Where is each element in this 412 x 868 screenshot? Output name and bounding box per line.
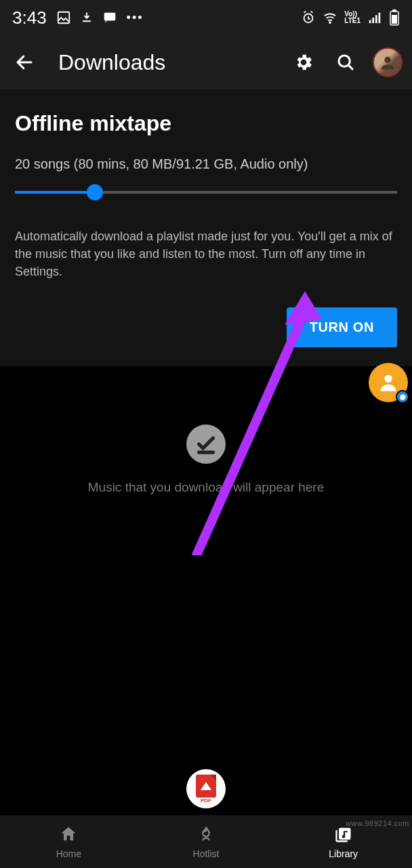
pdf-label: PDF: [201, 798, 211, 804]
status-left: 3:43 •••: [12, 7, 144, 28]
app-bar: Downloads: [0, 35, 412, 89]
contact-chathead[interactable]: [369, 363, 408, 402]
more-icon: •••: [127, 11, 144, 25]
svg-rect-7: [379, 13, 381, 24]
svg-rect-4: [369, 20, 371, 24]
empty-text: Music that you download will appear here: [88, 480, 325, 495]
download-done-icon: [186, 425, 226, 464]
page-title: Downloads: [58, 50, 276, 75]
back-button[interactable]: [9, 47, 39, 77]
search-button[interactable]: [331, 47, 360, 77]
pdf-chathead[interactable]: PDF: [186, 769, 226, 808]
download-mini-icon: [81, 10, 93, 25]
home-icon: [59, 825, 78, 846]
messenger-badge-icon: [396, 390, 409, 404]
card-description: Automatically download a playlist made j…: [15, 227, 397, 280]
slider-thumb[interactable]: [87, 184, 103, 200]
svg-point-3: [329, 22, 331, 23]
battery-icon: [389, 9, 400, 26]
card-title: Offline mixtape: [15, 111, 397, 136]
pdf-icon: [196, 775, 216, 798]
offline-mixtape-card: Offline mixtape 20 songs (80 mins, 80 MB…: [0, 89, 412, 366]
watermark: www.989214.com: [346, 819, 409, 827]
svg-rect-0: [58, 12, 69, 24]
library-icon: [334, 825, 353, 846]
slider-fill: [15, 191, 95, 194]
chat-icon: [102, 10, 117, 25]
turn-on-button[interactable]: TURN ON: [287, 307, 397, 347]
flame-icon: [197, 825, 215, 846]
nav-home[interactable]: Home: [0, 815, 138, 868]
settings-button[interactable]: [289, 47, 318, 77]
status-right: Vo))LTE1: [301, 9, 400, 26]
empty-state: Music that you download will appear here: [0, 366, 412, 495]
card-actions: TURN ON: [15, 307, 397, 347]
status-bar: 3:43 ••• Vo))LTE1: [0, 0, 412, 35]
svg-rect-6: [375, 15, 377, 23]
svg-rect-5: [372, 18, 374, 23]
svg-point-13: [384, 375, 392, 383]
nav-label: Library: [329, 848, 358, 859]
storage-slider[interactable]: [15, 191, 397, 194]
svg-point-12: [384, 57, 390, 63]
nav-hotlist[interactable]: Hotlist: [138, 815, 275, 868]
card-subtitle: 20 songs (80 mins, 80 MB/91.21 GB, Audio…: [15, 156, 397, 172]
status-time: 3:43: [12, 7, 47, 28]
wifi-icon: [323, 10, 337, 25]
nav-label: Hotlist: [193, 848, 220, 859]
signal-icon: [367, 10, 382, 25]
alarm-icon: [301, 10, 316, 25]
svg-rect-10: [392, 15, 397, 24]
svg-rect-1: [104, 13, 115, 21]
account-avatar[interactable]: [373, 47, 403, 77]
volte-icon: Vo))LTE1: [344, 11, 360, 24]
svg-rect-9: [392, 9, 396, 12]
nav-label: Home: [56, 848, 81, 859]
image-icon: [56, 10, 71, 25]
